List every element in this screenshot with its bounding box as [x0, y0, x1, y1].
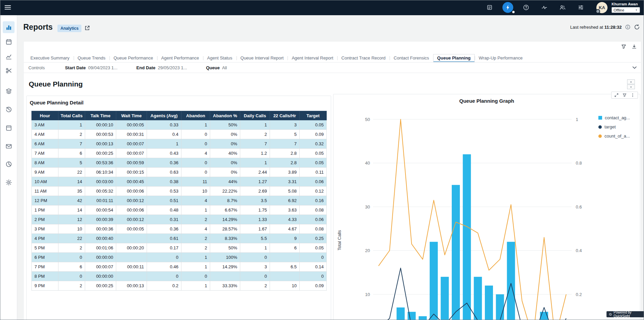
tab-agent-status[interactable]: Agent Status: [203, 54, 236, 62]
scroll-up-button[interactable]: [627, 79, 635, 84]
table-cell: 0: [147, 253, 181, 262]
table-cell: 00:00:13: [116, 281, 147, 291]
table-cell: 00:01:06: [85, 243, 116, 253]
svg-text:1: 1: [576, 117, 578, 122]
col-target[interactable]: Target: [300, 111, 327, 120]
legend-item-contact-ag[interactable]: contact_ag...: [598, 115, 630, 120]
col-daily-calls[interactable]: Daily Calls: [240, 111, 270, 120]
tab-contract-trace-record[interactable]: Contract Trace Record: [337, 54, 390, 62]
table-cell: 00:00:40: [85, 234, 116, 243]
legend-item-count-of-a[interactable]: count_of_a...: [598, 133, 630, 139]
filter-label: Queue: [206, 65, 220, 70]
queue-planning-detail-table: HourTotal CallsTalk TimeWait TimeAgents …: [31, 111, 327, 291]
tab-agent-interval-report[interactable]: Agent Interval Report: [288, 54, 337, 62]
svg-text:0.2: 0.2: [576, 292, 582, 297]
tab-queue-planning[interactable]: Queue Planning: [433, 54, 475, 62]
tab-contact-forensics[interactable]: Contact Forensics: [390, 54, 433, 62]
col-agents-avg[interactable]: Agents (Avg): [147, 111, 181, 120]
col-hour[interactable]: Hour: [32, 111, 58, 120]
chevron-down-icon[interactable]: [631, 65, 638, 71]
col-22-calls-hr[interactable]: 22 Calls/Hr: [270, 111, 300, 120]
table-cell: 6.67%: [210, 205, 240, 215]
table-cell: 2.8: [270, 149, 300, 158]
sidebar-item-tools[interactable]: [3, 65, 15, 76]
table-cell: 1.33: [240, 215, 270, 224]
table-cell: 00:00:11: [116, 262, 147, 272]
tab-queue-performance[interactable]: Queue Performance: [109, 54, 157, 62]
table-cell: 0.2: [147, 281, 181, 291]
table-row: 10 AM1400:03:0000:00:450.381144%1.273.31…: [32, 177, 327, 187]
notes-icon[interactable]: [484, 2, 495, 13]
table-row: 6 PM000:00:0001100%00: [32, 253, 327, 262]
col-wait-time[interactable]: Wait Time: [116, 111, 147, 120]
table-row: 4 AM200:00:5300:00:310.400%250.09: [32, 130, 327, 139]
filter-start-date[interactable]: Start Date09/04/2023 1...: [65, 65, 117, 70]
table-cell: 7: [270, 139, 300, 149]
col-talk-time[interactable]: Talk Time: [85, 111, 116, 120]
sidebar-item-mail[interactable]: [3, 140, 15, 152]
expand-icon[interactable]: [614, 93, 619, 97]
sidebar-item-layers[interactable]: [3, 85, 15, 97]
users-icon[interactable]: [557, 2, 568, 13]
table-cell: 0.38: [147, 177, 181, 187]
table-cell: 1: [147, 139, 181, 149]
sidebar-item-history[interactable]: [3, 103, 15, 115]
table-cell: 0: [240, 253, 270, 262]
filter-value: 09/04/2023 1...: [88, 65, 118, 70]
filter-end-date[interactable]: End Date29/05/2023 1...: [137, 65, 187, 70]
table-row: 2 PM1200:00:3900:00:120.31214.29%1.334.3…: [32, 215, 327, 224]
metrics-icon[interactable]: [539, 2, 550, 13]
filter-queue[interactable]: QueueAll: [206, 65, 227, 70]
table-row: 12 PM4200:01:1100:00:120.5148.7%3.56.920…: [32, 196, 327, 205]
table-cell: 0.61: [147, 234, 181, 243]
filter-icon[interactable]: [621, 44, 626, 49]
avatar[interactable]: KA: [596, 2, 608, 13]
table-cell: 0.08: [300, 224, 327, 234]
col-abandon[interactable]: Abandon %: [210, 111, 240, 120]
table-cell: 0%: [210, 130, 240, 139]
tab-queue-interval-report[interactable]: Queue Interval Report: [237, 54, 288, 62]
table-cell: 7: [240, 139, 270, 149]
export-icon[interactable]: [631, 44, 637, 49]
info-icon[interactable]: [625, 24, 630, 30]
detail-card-title: Queue Planning Detail: [30, 100, 83, 105]
sidebar-item-modules[interactable]: [3, 122, 15, 134]
table-cell: 00:00:06: [116, 205, 147, 215]
table-cell: 00:00:00: [85, 272, 116, 281]
powered-by-label: Powered by QuickSight: [614, 311, 642, 318]
lightning-icon[interactable]: [502, 2, 513, 13]
table-cell: 2.8: [270, 158, 300, 168]
refresh-icon[interactable]: [634, 24, 640, 30]
table-cell: 4.33: [270, 215, 300, 224]
last-refreshed-time: 11:28:32: [604, 25, 622, 30]
legend-item-target[interactable]: target: [598, 124, 630, 129]
table-cell: 0.14: [300, 262, 327, 272]
sidebar-item-analytics[interactable]: [3, 158, 15, 170]
tab-agent-performance[interactable]: Agent Performance: [157, 54, 203, 62]
table-cell: 50%: [210, 243, 240, 253]
help-icon[interactable]: [521, 2, 531, 13]
col-abandon[interactable]: Abandon: [181, 111, 210, 120]
kebab-menu-icon[interactable]: [630, 93, 635, 97]
table-cell: [116, 272, 147, 281]
table-cell: 10: [270, 281, 300, 291]
sidebar-item-calendar[interactable]: [3, 36, 15, 48]
tab-wrap-up-performance[interactable]: Wrap-Up Performance: [475, 54, 527, 62]
table-cell: 4: [181, 196, 210, 205]
menu-icon[interactable]: [4, 4, 11, 11]
sidebar-item-trends[interactable]: [3, 51, 15, 63]
external-link-icon[interactable]: [84, 25, 90, 31]
tab-queue-trends[interactable]: Queue Trends: [74, 54, 109, 62]
table-cell: 11: [181, 177, 210, 187]
table-cell: 22: [58, 168, 85, 177]
combo-chart[interactable]: 504030201010.80.60.40.2: [354, 114, 582, 320]
tab-executive-summary[interactable]: Executive Summary: [26, 54, 74, 62]
powered-by-quicksight[interactable]: Powered by QuickSight: [606, 311, 644, 317]
col-total-calls[interactable]: Total Calls: [58, 111, 85, 120]
status-select[interactable]: Offline: [612, 7, 640, 13]
sidebar-item-settings[interactable]: [3, 176, 15, 188]
settings-sliders-icon[interactable]: [575, 2, 586, 13]
scroll-down-button[interactable]: [627, 84, 635, 89]
sidebar-item-reports[interactable]: [3, 21, 15, 33]
visual-filter-icon[interactable]: [622, 93, 627, 97]
